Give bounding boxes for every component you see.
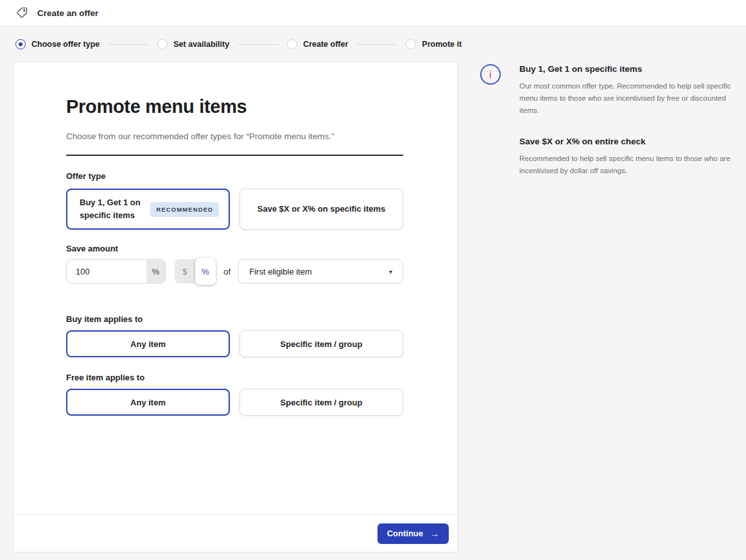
of-label: of [223, 267, 230, 276]
step-set-availability[interactable]: Set availability [157, 39, 229, 49]
continue-label: Continue [387, 529, 423, 538]
chevron-down-icon: ▾ [389, 268, 392, 275]
info-section-title: Buy 1, Get 1 on specific items [519, 64, 740, 74]
arrow-right-icon: → [430, 529, 439, 539]
step-radio-icon [287, 39, 297, 49]
buy-item-specific-group-button[interactable]: Specific item / group [239, 330, 403, 357]
free-item-any-item-button[interactable]: Any item [66, 389, 230, 416]
info-panel: i Buy 1, Get 1 on specific items Our mos… [480, 64, 740, 177]
step-label: Create offer [303, 40, 348, 49]
info-glyph: i [489, 69, 492, 80]
info-section-save-check: Save $X or X% on entire check Recommende… [519, 137, 740, 177]
continue-button[interactable]: Continue → [377, 523, 449, 544]
step-radio-icon [157, 39, 168, 49]
offer-tag-icon [16, 7, 28, 19]
save-amount-group: % [66, 259, 166, 284]
recommended-badge: RECOMMENDED [150, 202, 219, 217]
step-label: Choose offer type [31, 40, 100, 49]
unit-toggle-percent[interactable]: % [195, 258, 216, 285]
buy-item-any-item-button[interactable]: Any item [66, 330, 230, 357]
save-amount-suffix: % [146, 260, 165, 283]
free-item-options: Any item Specific item / group [66, 389, 403, 416]
save-amount-input[interactable] [67, 260, 146, 283]
top-bar: Create an offer [0, 0, 746, 26]
option-label: Any item [130, 398, 166, 407]
option-label: Specific item / group [281, 398, 363, 407]
info-section-body: Recommended to help sell specific menu i… [519, 153, 740, 177]
step-connector [108, 44, 149, 45]
info-section-bogo: Buy 1, Get 1 on specific items Our most … [519, 64, 740, 117]
free-item-specific-group-button[interactable]: Specific item / group [239, 389, 403, 416]
offer-option-bogo[interactable]: Buy 1, Get 1 on specific items RECOMMEND… [66, 189, 230, 230]
option-label: Any item [130, 339, 166, 349]
info-icon: i [480, 64, 501, 85]
step-promote-it[interactable]: Promote it [406, 39, 462, 49]
card-subtitle: Choose from our recommended offer types … [66, 132, 403, 141]
step-connector [238, 44, 279, 45]
info-panel-texts: Buy 1, Get 1 on specific items Our most … [519, 64, 740, 177]
card-title: Promote menu items [66, 96, 403, 117]
offer-option-save-specific[interactable]: Save $X or X% on specific items [239, 189, 403, 230]
stepper: Choose offer type Set availability Creat… [15, 35, 462, 53]
step-connector [356, 44, 397, 45]
offer-option-label: Save $X or X% on specific items [257, 203, 385, 216]
step-label: Promote it [422, 40, 462, 49]
unit-toggle: $ % [175, 259, 216, 284]
save-amount-row: % $ % of First eligible item ▾ [66, 259, 403, 284]
free-item-applies-label: Free item applies to [66, 373, 403, 382]
step-radio-icon [15, 39, 26, 49]
dropdown-value: First eligible item [249, 267, 312, 276]
offer-form-card: Promote menu items Choose from our recom… [13, 62, 458, 552]
step-create-offer[interactable]: Create offer [287, 39, 348, 49]
divider [66, 155, 403, 156]
unit-toggle-dollar[interactable]: $ [175, 259, 195, 284]
option-label: Specific item / group [281, 339, 363, 349]
applies-to-dropdown[interactable]: First eligible item ▾ [238, 259, 403, 284]
buy-item-options: Any item Specific item / group [66, 330, 403, 357]
info-section-body: Our most common offer type. Recommended … [519, 80, 740, 117]
step-label: Set availability [173, 40, 229, 49]
info-section-title: Save $X or X% on entire check [519, 137, 740, 146]
offer-type-label: Offer type [66, 171, 403, 181]
step-choose-offer-type[interactable]: Choose offer type [15, 39, 100, 49]
page-title: Create an offer [37, 8, 98, 18]
save-amount-label: Save amount [66, 244, 403, 253]
card-footer: Continue → [13, 514, 457, 552]
buy-item-applies-label: Buy item applies to [66, 314, 403, 324]
step-radio-icon [406, 39, 416, 49]
offer-option-label: Buy 1, Get 1 on specific items [80, 196, 150, 222]
offer-type-options: Buy 1, Get 1 on specific items RECOMMEND… [66, 189, 403, 230]
